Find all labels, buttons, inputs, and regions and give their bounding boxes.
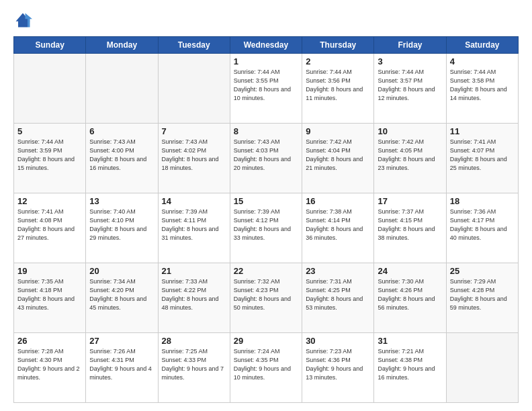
calendar-cell: 20Sunrise: 7:34 AMSunset: 4:20 PMDayligh… — [86, 263, 158, 333]
day-number: 1 — [234, 56, 298, 66]
day-number: 4 — [450, 56, 515, 66]
day-info: Sunrise: 7:36 AMSunset: 4:17 PMDaylight:… — [450, 208, 515, 242]
day-info: Sunrise: 7:39 AMSunset: 4:12 PMDaylight:… — [234, 208, 298, 242]
day-info: Sunrise: 7:35 AMSunset: 4:18 PMDaylight:… — [17, 277, 82, 312]
day-number: 22 — [234, 266, 298, 276]
calendar-cell: 10Sunrise: 7:42 AMSunset: 4:05 PMDayligh… — [374, 124, 446, 193]
col-header-wednesday: Wednesday — [230, 37, 302, 54]
calendar-cell: 17Sunrise: 7:37 AMSunset: 4:15 PMDayligh… — [374, 193, 446, 263]
calendar-cell: 9Sunrise: 7:42 AMSunset: 4:04 PMDaylight… — [302, 124, 374, 193]
day-number: 23 — [306, 266, 370, 276]
calendar-cell: 25Sunrise: 7:29 AMSunset: 4:28 PMDayligh… — [446, 263, 518, 333]
calendar-cell: 2Sunrise: 7:44 AMSunset: 3:56 PMDaylight… — [302, 54, 374, 124]
day-info: Sunrise: 7:32 AMSunset: 4:23 PMDaylight:… — [234, 277, 298, 312]
day-info: Sunrise: 7:43 AMSunset: 4:03 PMDaylight:… — [234, 138, 298, 173]
calendar-cell: 19Sunrise: 7:35 AMSunset: 4:18 PMDayligh… — [14, 263, 86, 333]
calendar-cell: 29Sunrise: 7:24 AMSunset: 4:35 PMDayligh… — [230, 333, 302, 403]
calendar-cell: 21Sunrise: 7:33 AMSunset: 4:22 PMDayligh… — [158, 263, 230, 333]
calendar-cell: 6Sunrise: 7:43 AMSunset: 4:00 PMDaylight… — [86, 124, 158, 193]
day-number: 11 — [450, 126, 515, 136]
calendar-cell: 23Sunrise: 7:31 AMSunset: 4:25 PMDayligh… — [302, 263, 374, 333]
calendar-table: SundayMondayTuesdayWednesdayThursdayFrid… — [13, 36, 519, 403]
col-header-saturday: Saturday — [446, 37, 518, 54]
day-number: 19 — [17, 266, 82, 276]
day-number: 31 — [378, 336, 442, 346]
day-number: 2 — [306, 56, 370, 66]
calendar-cell: 18Sunrise: 7:36 AMSunset: 4:17 PMDayligh… — [446, 193, 518, 263]
day-info: Sunrise: 7:44 AMSunset: 3:55 PMDaylight:… — [234, 68, 298, 103]
day-number: 17 — [378, 196, 442, 206]
day-info: Sunrise: 7:44 AMSunset: 3:57 PMDaylight:… — [378, 68, 442, 103]
day-number: 21 — [162, 266, 226, 276]
day-number: 26 — [17, 336, 82, 346]
day-info: Sunrise: 7:24 AMSunset: 4:35 PMDaylight:… — [234, 347, 298, 382]
day-number: 30 — [306, 336, 370, 346]
day-number: 29 — [234, 336, 298, 346]
day-number: 8 — [234, 126, 298, 136]
calendar-cell — [86, 54, 158, 124]
day-info: Sunrise: 7:31 AMSunset: 4:25 PMDaylight:… — [306, 277, 370, 312]
day-number: 10 — [378, 126, 442, 136]
day-number: 3 — [378, 56, 442, 66]
calendar-cell: 26Sunrise: 7:28 AMSunset: 4:30 PMDayligh… — [14, 333, 86, 403]
calendar-cell: 13Sunrise: 7:40 AMSunset: 4:10 PMDayligh… — [86, 193, 158, 263]
calendar-cell: 12Sunrise: 7:41 AMSunset: 4:08 PMDayligh… — [14, 193, 86, 263]
calendar-cell: 16Sunrise: 7:38 AMSunset: 4:14 PMDayligh… — [302, 193, 374, 263]
day-info: Sunrise: 7:37 AMSunset: 4:15 PMDaylight:… — [378, 208, 442, 242]
calendar-cell: 24Sunrise: 7:30 AMSunset: 4:26 PMDayligh… — [374, 263, 446, 333]
day-info: Sunrise: 7:43 AMSunset: 4:00 PMDaylight:… — [89, 138, 154, 173]
calendar-cell: 1Sunrise: 7:44 AMSunset: 3:55 PMDaylight… — [230, 54, 302, 124]
col-header-friday: Friday — [374, 37, 446, 54]
day-info: Sunrise: 7:29 AMSunset: 4:28 PMDaylight:… — [450, 277, 515, 312]
day-number: 16 — [306, 196, 370, 206]
col-header-tuesday: Tuesday — [158, 37, 230, 54]
col-header-thursday: Thursday — [302, 37, 374, 54]
calendar-cell: 15Sunrise: 7:39 AMSunset: 4:12 PMDayligh… — [230, 193, 302, 263]
calendar-cell: 5Sunrise: 7:44 AMSunset: 3:59 PMDaylight… — [14, 124, 86, 193]
day-number: 13 — [89, 196, 154, 206]
calendar-cell: 28Sunrise: 7:25 AMSunset: 4:33 PMDayligh… — [158, 333, 230, 403]
calendar-cell: 11Sunrise: 7:41 AMSunset: 4:07 PMDayligh… — [446, 124, 518, 193]
calendar-week-row: 26Sunrise: 7:28 AMSunset: 4:30 PMDayligh… — [14, 333, 519, 403]
day-info: Sunrise: 7:30 AMSunset: 4:26 PMDaylight:… — [378, 277, 442, 312]
day-info: Sunrise: 7:41 AMSunset: 4:08 PMDaylight:… — [17, 208, 82, 242]
calendar-cell: 30Sunrise: 7:23 AMSunset: 4:36 PMDayligh… — [302, 333, 374, 403]
day-info: Sunrise: 7:33 AMSunset: 4:22 PMDaylight:… — [162, 277, 226, 312]
day-number: 24 — [378, 266, 442, 276]
calendar-cell: 14Sunrise: 7:39 AMSunset: 4:11 PMDayligh… — [158, 193, 230, 263]
day-info: Sunrise: 7:23 AMSunset: 4:36 PMDaylight:… — [306, 347, 370, 382]
logo — [13, 11, 35, 30]
day-number: 15 — [234, 196, 298, 206]
calendar-week-row: 5Sunrise: 7:44 AMSunset: 3:59 PMDaylight… — [14, 124, 519, 193]
day-info: Sunrise: 7:44 AMSunset: 3:58 PMDaylight:… — [450, 68, 515, 103]
header — [13, 11, 519, 30]
day-info: Sunrise: 7:38 AMSunset: 4:14 PMDaylight:… — [306, 208, 370, 242]
day-info: Sunrise: 7:42 AMSunset: 4:05 PMDaylight:… — [378, 138, 442, 173]
calendar-cell: 22Sunrise: 7:32 AMSunset: 4:23 PMDayligh… — [230, 263, 302, 333]
calendar-week-row: 12Sunrise: 7:41 AMSunset: 4:08 PMDayligh… — [14, 193, 519, 263]
day-number: 25 — [450, 266, 515, 276]
day-info: Sunrise: 7:25 AMSunset: 4:33 PMDaylight:… — [162, 347, 226, 382]
calendar-cell: 3Sunrise: 7:44 AMSunset: 3:57 PMDaylight… — [374, 54, 446, 124]
day-info: Sunrise: 7:44 AMSunset: 3:56 PMDaylight:… — [306, 68, 370, 103]
day-info: Sunrise: 7:40 AMSunset: 4:10 PMDaylight:… — [89, 208, 154, 242]
calendar-cell: 7Sunrise: 7:43 AMSunset: 4:02 PMDaylight… — [158, 124, 230, 193]
page: SundayMondayTuesdayWednesdayThursdayFrid… — [0, 0, 532, 411]
day-info: Sunrise: 7:39 AMSunset: 4:11 PMDaylight:… — [162, 208, 226, 242]
calendar-cell: 8Sunrise: 7:43 AMSunset: 4:03 PMDaylight… — [230, 124, 302, 193]
day-number: 5 — [17, 126, 82, 136]
day-info: Sunrise: 7:26 AMSunset: 4:31 PMDaylight:… — [89, 347, 154, 382]
calendar-cell: 4Sunrise: 7:44 AMSunset: 3:58 PMDaylight… — [446, 54, 518, 124]
day-number: 20 — [89, 266, 154, 276]
day-info: Sunrise: 7:21 AMSunset: 4:38 PMDaylight:… — [378, 347, 442, 382]
calendar-cell: 31Sunrise: 7:21 AMSunset: 4:38 PMDayligh… — [374, 333, 446, 403]
day-number: 14 — [162, 196, 226, 206]
calendar-header-row: SundayMondayTuesdayWednesdayThursdayFrid… — [14, 37, 519, 54]
calendar-week-row: 19Sunrise: 7:35 AMSunset: 4:18 PMDayligh… — [14, 263, 519, 333]
day-number: 9 — [306, 126, 370, 136]
day-info: Sunrise: 7:28 AMSunset: 4:30 PMDaylight:… — [17, 347, 82, 382]
day-number: 27 — [89, 336, 154, 346]
calendar-cell: 27Sunrise: 7:26 AMSunset: 4:31 PMDayligh… — [86, 333, 158, 403]
day-info: Sunrise: 7:44 AMSunset: 3:59 PMDaylight:… — [17, 138, 82, 173]
calendar-cell — [158, 54, 230, 124]
